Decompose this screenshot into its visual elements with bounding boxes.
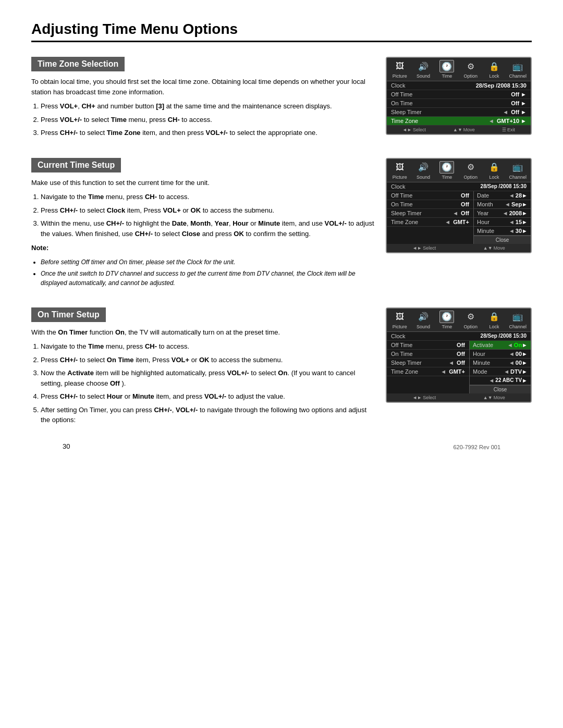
submenu-row-activate: Activate◄ On ► xyxy=(470,341,531,350)
tv-icon-option: ⚙ Option xyxy=(460,161,481,180)
note-label: Note: xyxy=(31,243,375,253)
channel-icon: 📺 xyxy=(510,60,525,72)
channel-icon: 📺 xyxy=(510,161,525,174)
menu-row-timezone: Time Zone◄ GMT+ xyxy=(387,367,469,376)
submenu-row-date: Date◄ 28 ► xyxy=(474,191,531,200)
move-icon: ▲▼ xyxy=(483,395,493,400)
note-item: Before setting Off timer and On timer, p… xyxy=(41,257,375,267)
section-heading-current-time: Current Time Setup xyxy=(31,158,121,172)
tv-icon-picture: 🖼 Picture xyxy=(389,60,410,79)
tv-icon-option: ⚙ Option xyxy=(460,60,481,79)
tv-footer-3: ◄► Select ▲▼ Move xyxy=(387,393,531,402)
main-menu-left-3: Off TimeOff On TimeOff Sleep Timer◄ Off … xyxy=(387,341,469,393)
section-heading-time-zone: Time Zone Selection xyxy=(31,57,125,71)
section-current-time: Current Time Setup Make use of this func… xyxy=(31,158,532,292)
section-paragraph: To obtain local time, you should first s… xyxy=(31,77,375,97)
tv-screen-time-zone: 🖼 Picture 🔊 Sound 🕐 Time ⚙ Option 🔒 Lock… xyxy=(386,57,532,135)
step-item: Press VOL+, CH+ and number button [3] at… xyxy=(41,101,375,112)
exit-icon: ☰ xyxy=(502,127,506,132)
tv-icon-lock: 🔒 Lock xyxy=(484,311,505,329)
tv-screen-on-timer: 🖼 Picture 🔊 Sound 🕐 Time ⚙ Option 🔒 Lock… xyxy=(386,307,532,403)
steps-list-time-zone: Press VOL+, CH+ and number button [3] at… xyxy=(41,101,375,138)
menu-row-ontime: On TimeOff ► xyxy=(387,99,531,108)
lock-icon: 🔒 xyxy=(487,311,501,323)
steps-list-current-time: Navigate to the Time menu, press CH- to … xyxy=(41,192,375,239)
section-paragraph: With the On Timer function On, the TV wi… xyxy=(31,327,375,338)
menu-with-submenu-3: Off TimeOff On TimeOff Sleep Timer◄ Off … xyxy=(387,341,531,393)
tv-icon-lock: 🔒 Lock xyxy=(484,60,505,79)
section-heading-on-timer: On Timer Setup xyxy=(31,307,106,322)
step-item: Press CH+/- to select Clock item, Press … xyxy=(41,205,375,216)
section-on-timer: On Timer Setup With the On Timer functio… xyxy=(31,307,532,429)
tv-screen-current-time: 🖼 Picture 🔊 Sound 🕐 Time ⚙ Option 🔒 Lock… xyxy=(386,158,532,253)
tv-icon-time: 🕐 Time xyxy=(436,311,457,329)
submenu-row-minute: Minute◄ 30 ► xyxy=(474,227,531,236)
tv-icon-picture: 🖼 Picture xyxy=(389,311,410,329)
tv-icon-sound: 🔊 Sound xyxy=(413,161,434,180)
lock-icon: 🔒 xyxy=(487,161,501,174)
tv-icon-sound: 🔊 Sound xyxy=(413,60,434,79)
select-icon: ◄► xyxy=(402,127,412,132)
note-item: Once the unit switch to DTV channel and … xyxy=(41,269,375,288)
section-text-on-timer: On Timer Setup With the On Timer functio… xyxy=(31,307,375,429)
section-text-current-time: Current Time Setup Make use of this func… xyxy=(31,158,375,292)
tv-icon-option: ⚙ Option xyxy=(460,311,481,329)
tv-footer-2: ◄► Select ▲▼ Move xyxy=(387,244,531,252)
move-icon: ▲▼ xyxy=(483,245,493,251)
time-icon: 🕐 xyxy=(439,161,454,174)
picture-icon: 🖼 xyxy=(393,60,407,72)
option-icon: ⚙ xyxy=(463,311,478,323)
menu-row-offtime: Off TimeOff xyxy=(387,341,469,350)
section-text-time-zone: Time Zone Selection To obtain local time… xyxy=(31,57,375,142)
time-icon: 🕐 xyxy=(439,60,454,72)
menu-row-ontime: On TimeOff xyxy=(387,200,473,209)
tv-footer-1: ◄► Select ▲▼ Move ☰ Exit xyxy=(387,126,531,134)
tv-icon-picture: 🖼 Picture xyxy=(389,161,410,180)
tv-icon-sound: 🔊 Sound xyxy=(413,311,434,329)
submenu-row-year: Year◄ 2008 ► xyxy=(474,209,531,218)
submenu-row-hour: Hour◄ 00 ► xyxy=(470,350,531,359)
menu-row-sleep: Sleep Timer◄ Off xyxy=(387,359,469,367)
sound-icon: 🔊 xyxy=(416,60,431,72)
step-item: Press VOL+/- to select Time menu, press … xyxy=(41,115,375,125)
step-item: After setting On Timer, you can press CH… xyxy=(41,405,375,425)
time-icon: 🕐 xyxy=(439,311,454,323)
menu-row-clock: Clock28/Sep /2008 15:30 xyxy=(387,182,531,191)
steps-list-on-timer: Navigate to the Time menu, press CH- to … xyxy=(41,341,375,425)
tv-menu-2: Clock28/Sep /2008 15:30 Off TimeOff On T… xyxy=(387,182,531,244)
submenu-row-mode: Mode◄ DTV ► xyxy=(470,367,531,376)
page-title: Adjusting Time Menu Options xyxy=(31,21,532,42)
move-icon: ▲▼ xyxy=(453,127,462,132)
step-item: Press CH+/- to select Hour or Minute ite… xyxy=(41,391,375,402)
submenu-close: Close xyxy=(470,385,531,393)
menu-row-clock: Clock28/Sep /2008 15:30 xyxy=(387,81,531,90)
option-icon: ⚙ xyxy=(463,161,478,174)
step-item: Now the Activate item will be highlighte… xyxy=(41,368,375,388)
menu-row-sleep: Sleep Timer◄ Off xyxy=(387,209,473,218)
channel-icon: 📺 xyxy=(510,311,525,323)
menu-row-offtime: Off TimeOff ► xyxy=(387,90,531,99)
option-icon: ⚙ xyxy=(463,60,478,72)
menu-row-timezone: Time Zone◄ GMT+10 ► xyxy=(387,117,531,126)
main-menu-left: Off TimeOff On TimeOff Sleep Timer◄ Off … xyxy=(387,191,473,244)
submenu-panel: Date◄ 28 ► Month◄ Sep ► Year◄ 2008 ► Hou… xyxy=(473,191,531,244)
select-icon: ◄► xyxy=(412,245,422,251)
tv-icon-time: 🕐 Time xyxy=(436,60,457,79)
submenu-row-month: Month◄ Sep ► xyxy=(474,200,531,209)
tv-icons-row: 🖼 Picture 🔊 Sound 🕐 Time ⚙ Option 🔒 Lock… xyxy=(387,309,531,332)
tv-icon-channel: 📺 Channel xyxy=(507,311,528,329)
menu-row-sleep: Sleep Timer◄ Off ► xyxy=(387,108,531,117)
tv-menu-1: Clock28/Sep /2008 15:30 Off TimeOff ► On… xyxy=(387,81,531,126)
step-item: Navigate to the Time menu, press CH- to … xyxy=(41,341,375,352)
submenu-close: Close xyxy=(474,236,531,244)
step-item: Press CH+/- to select On Time item, Pres… xyxy=(41,355,375,365)
tv-icon-channel: 📺 Channel xyxy=(507,161,528,180)
picture-icon: 🖼 xyxy=(393,161,407,174)
menu-with-submenu: Off TimeOff On TimeOff Sleep Timer◄ Off … xyxy=(387,191,531,244)
menu-row-ontime: On TimeOff xyxy=(387,350,469,359)
notes-list: Before setting Off timer and On timer, p… xyxy=(41,257,375,288)
lock-icon: 🔒 xyxy=(487,60,501,72)
section-paragraph: Make use of this function to set the cur… xyxy=(31,178,375,188)
submenu-row-minute: Minute◄ 00 ► xyxy=(470,359,531,367)
sound-icon: 🔊 xyxy=(416,161,431,174)
